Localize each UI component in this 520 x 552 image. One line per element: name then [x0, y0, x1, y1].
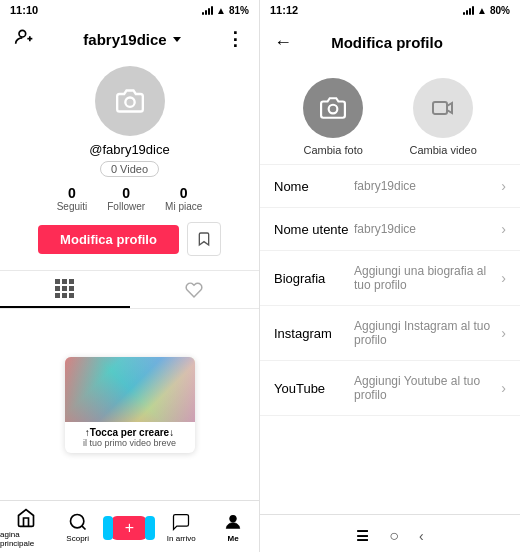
seguiti-label: Seguiti — [57, 201, 88, 212]
wifi-icon: ▲ — [216, 5, 226, 16]
tab-grid[interactable] — [0, 271, 130, 308]
stats-row: 0 Seguiti 0 Follower 0 Mi piace — [57, 185, 203, 212]
time-right: 11:12 — [270, 4, 298, 16]
svg-line-5 — [82, 526, 86, 530]
change-video-option[interactable]: Cambia video — [410, 78, 477, 156]
nav-home[interactable]: agina principale — [0, 507, 52, 548]
change-video-label: Cambia video — [410, 144, 477, 156]
bookmark-icon — [196, 231, 212, 247]
nav-circle-icon-right: ○ — [389, 527, 399, 545]
card-subtitle: il tuo primo video breve — [73, 438, 187, 448]
stat-follower[interactable]: 0 Follower — [107, 185, 145, 212]
add-user-icon[interactable] — [14, 27, 38, 51]
field-nome-value: fabry19dice — [354, 179, 497, 193]
field-instagram[interactable]: Instagram Aggiungi Instagram al tuo prof… — [260, 306, 520, 361]
edit-profile-header: ← Modifica profilo — [260, 20, 520, 64]
status-icons-left: ▲ 81% — [202, 5, 249, 16]
signal-icon — [202, 5, 213, 15]
field-bio-value: Aggiungi una biografia al tuo profilo — [354, 264, 497, 292]
follower-label: Follower — [107, 201, 145, 212]
more-options-button[interactable]: ⋮ — [226, 28, 245, 50]
card-thumbnail — [65, 357, 195, 422]
profile-header: fabry19dice ⋮ — [0, 20, 259, 58]
back-button[interactable]: ← — [274, 32, 292, 53]
video-content-area: ↑Tocca per creare↓ il tuo primo video br… — [0, 309, 259, 500]
photo-circle — [303, 78, 363, 138]
card-text: ↑Tocca per creare↓ il tuo primo video br… — [65, 422, 195, 453]
bottom-navigation: agina principale Scopri + In arrivo — [0, 500, 259, 552]
field-biografia[interactable]: Biografia Aggiungi una biografia al tuo … — [260, 251, 520, 306]
battery-right: 80% — [490, 5, 510, 16]
field-nomeutente-value: fabry19dice — [354, 222, 497, 236]
chevron-down-icon — [173, 37, 181, 42]
stat-seguiti[interactable]: 0 Seguiti — [57, 185, 88, 212]
field-youtube[interactable]: YouTube Aggiungi Youtube al tuo profilo … — [260, 361, 520, 416]
svg-point-4 — [70, 515, 83, 528]
video-count-badge: 0 Video — [100, 161, 159, 177]
nav-discover[interactable]: Scopri — [52, 507, 104, 548]
svg-point-0 — [19, 30, 26, 37]
field-nome-utente[interactable]: Nome utente fabry19dice › — [260, 208, 520, 251]
svg-point-6 — [230, 515, 237, 522]
tab-liked[interactable] — [130, 271, 260, 308]
username-header[interactable]: fabry19dice — [83, 31, 180, 48]
right-nav-group: ☰ ○ ‹ — [356, 527, 423, 545]
svg-point-3 — [125, 98, 134, 107]
media-options-row: Cambia foto Cambia video — [260, 64, 520, 164]
field-instagram-value: Aggiungi Instagram al tuo profilo — [354, 319, 497, 347]
field-youtube-label: YouTube — [274, 381, 354, 396]
nav-bars-icon-right: ☰ — [356, 528, 369, 544]
field-nome[interactable]: Nome fabry19dice › — [260, 165, 520, 208]
svg-point-7 — [329, 105, 338, 114]
edit-profile-button[interactable]: Modifica profilo — [38, 225, 179, 254]
card-title: ↑Tocca per creare↓ — [73, 427, 187, 438]
chevron-nomeutente-icon: › — [501, 221, 506, 237]
nav-add[interactable]: + — [104, 507, 156, 548]
field-nomeutente-label: Nome utente — [274, 222, 354, 237]
field-nome-label: Nome — [274, 179, 354, 194]
profile-icon — [223, 512, 243, 532]
status-icons-right: ▲ 80% — [463, 5, 510, 16]
time-left: 11:10 — [10, 4, 38, 16]
mipiace-number: 0 — [180, 185, 188, 201]
follower-number: 0 — [122, 185, 130, 201]
nav-me[interactable]: Me — [207, 507, 259, 548]
change-photo-label: Cambia foto — [304, 144, 363, 156]
grid-icon — [55, 279, 74, 298]
page-title: Modifica profilo — [292, 34, 482, 51]
battery-left: 81% — [229, 5, 249, 16]
status-bar-right: 11:12 ▲ 80% — [260, 0, 520, 20]
change-photo-option[interactable]: Cambia foto — [303, 78, 363, 156]
nav-inbox[interactable]: In arrivo — [155, 507, 207, 548]
create-video-card[interactable]: ↑Tocca per creare↓ il tuo primo video br… — [65, 357, 195, 453]
bookmark-button[interactable] — [187, 222, 221, 256]
nav-home-label: agina principale — [0, 530, 52, 548]
edit-fields-list: Nome fabry19dice › Nome utente fabry19di… — [260, 164, 520, 514]
right-panel: 11:12 ▲ 80% ← Modifica profilo — [260, 0, 520, 552]
chevron-youtube-icon: › — [501, 380, 506, 396]
stat-mipiace[interactable]: 0 Mi piace — [165, 185, 202, 212]
nav-discover-label: Scopri — [66, 534, 89, 543]
right-bottom-bar: ☰ ○ ‹ — [260, 514, 520, 552]
heart-icon — [185, 281, 203, 299]
inbox-icon — [171, 512, 191, 532]
chevron-instagram-icon: › — [501, 325, 506, 341]
profile-handle: @fabry19dice — [89, 142, 169, 157]
nav-inbox-label: In arrivo — [167, 534, 196, 543]
add-video-button[interactable]: + — [111, 516, 147, 540]
video-icon — [431, 96, 455, 120]
avatar[interactable] — [95, 66, 165, 136]
camera-icon — [116, 87, 144, 115]
field-bio-label: Biografia — [274, 271, 354, 286]
field-instagram-label: Instagram — [274, 326, 354, 341]
plus-icon: + — [125, 519, 134, 537]
username-text: fabry19dice — [83, 31, 166, 48]
nav-back-icon-right: ‹ — [419, 528, 424, 544]
seguiti-number: 0 — [68, 185, 76, 201]
chevron-nome-icon: › — [501, 178, 506, 194]
wifi-icon-right: ▲ — [477, 5, 487, 16]
mipiace-label: Mi piace — [165, 201, 202, 212]
home-icon — [16, 508, 36, 528]
signal-icon-right — [463, 5, 474, 15]
right-nav-indicators: ☰ ○ ‹ — [356, 523, 423, 548]
